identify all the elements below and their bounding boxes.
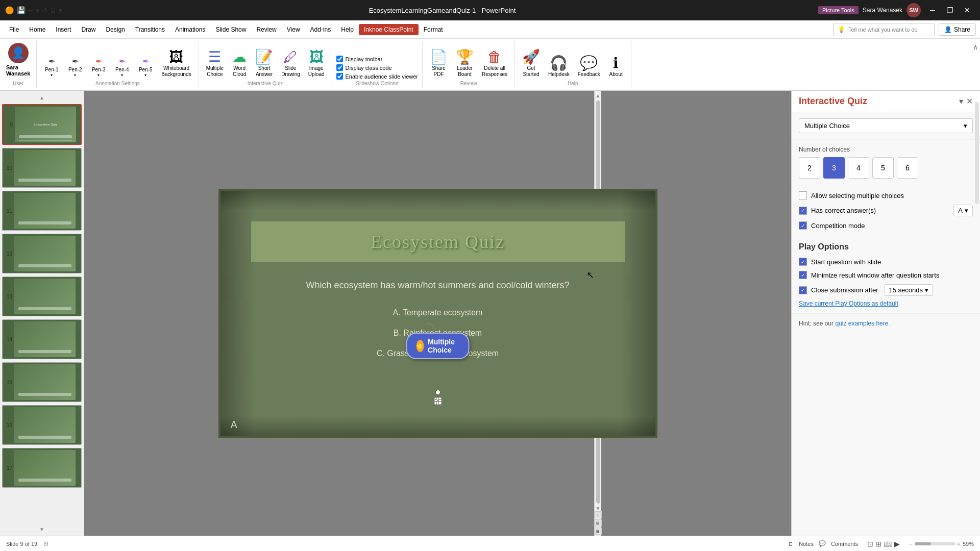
pen2-button[interactable]: ✒ Pen-2 ▾ <box>64 56 86 80</box>
scroll-up[interactable]: ▲ <box>2 94 82 101</box>
whiteboard-button[interactable]: 🖼 WhiteboardBackgrounds <box>158 48 194 80</box>
view-mode-icon[interactable]: ⊡ <box>43 540 48 547</box>
menu-design[interactable]: Design <box>101 24 130 35</box>
menu-home[interactable]: Home <box>24 24 51 35</box>
zoom-slider[interactable] <box>915 542 955 545</box>
menu-file[interactable]: File <box>4 24 24 35</box>
quiz-type-dropdown[interactable]: Multiple Choice ▾ <box>799 118 973 133</box>
pen1-dropdown[interactable]: ▾ <box>51 73 53 78</box>
scroll-down[interactable]: ▼ <box>2 525 82 533</box>
display-class-code-input[interactable] <box>336 64 343 71</box>
slide-17-thumb[interactable]: 17 <box>2 448 82 488</box>
save-default-link[interactable]: Save current Play Options as default <box>799 300 973 307</box>
panel-dropdown-icon[interactable]: ▾ <box>959 96 963 106</box>
save-icon[interactable]: 💾 <box>17 6 26 14</box>
slide-16-thumb[interactable]: 16 <box>2 405 82 445</box>
helpdesk-button[interactable]: 🎧 Helpdesk <box>545 54 573 80</box>
slide-drawing-button[interactable]: 🖊 SlideDrawing <box>278 48 303 80</box>
notes-label[interactable]: Notes <box>799 541 814 547</box>
menu-slideshow[interactable]: Slide Show <box>210 24 251 35</box>
fit-btn[interactable]: + <box>595 511 602 518</box>
choice-6-btn[interactable]: 6 <box>897 157 918 179</box>
word-cloud-button[interactable]: ☁ WordCloud <box>229 48 250 80</box>
display-toolbar-input[interactable] <box>336 56 343 62</box>
display-class-code-checkbox[interactable]: Display class code <box>336 64 418 71</box>
panel-close-icon[interactable]: ✕ <box>966 96 973 106</box>
feedback-button[interactable]: 💬 Feedback <box>575 54 603 80</box>
minimize-button[interactable]: ─ <box>925 3 940 18</box>
close-button[interactable]: ✕ <box>960 3 975 18</box>
scroll-up-btn[interactable]: ▲ <box>596 93 601 98</box>
collapse-ribbon-button[interactable]: ∧ <box>973 43 978 51</box>
short-answer-button[interactable]: 📝 ShortAnswer <box>252 48 276 80</box>
scroll-down-btn[interactable]: ▼ <box>596 506 601 511</box>
collapse-btn[interactable]: ⊟ <box>595 528 602 535</box>
undo-icon[interactable]: ↩ <box>28 6 34 14</box>
share-pdf-button[interactable]: 📄 SharePDF <box>427 48 451 80</box>
undo-dropdown[interactable]: ▾ <box>36 6 39 14</box>
adjust-btn[interactable]: ⊞ <box>595 519 602 527</box>
menu-format[interactable]: Format <box>419 24 448 35</box>
choice-5-btn[interactable]: 5 <box>872 157 894 179</box>
comments-label[interactable]: Comments <box>831 541 858 547</box>
close-submission-checkbox[interactable]: ✓ <box>799 286 807 294</box>
zoom-out-btn[interactable]: − <box>909 541 912 547</box>
close-submission-time-dropdown[interactable]: 15 seconds ▾ <box>885 284 934 296</box>
menu-inknoe[interactable]: Inknoe ClassPoint <box>359 24 419 35</box>
choice-4-btn[interactable]: 4 <box>848 157 869 179</box>
display-toolbar-checkbox[interactable]: Display toolbar <box>336 56 418 62</box>
slide-15-thumb[interactable]: 15 <box>2 362 82 402</box>
has-correct-checkbox[interactable]: ✓ <box>799 207 807 215</box>
rotation-handle[interactable] <box>435 390 440 395</box>
get-started-button[interactable]: 🚀 GetStarted <box>519 48 543 80</box>
share-button[interactable]: 👤 Share <box>939 23 976 36</box>
slide-10-thumb[interactable]: 10 <box>2 148 82 188</box>
minimize-result-checkbox[interactable]: ✓ <box>799 271 807 279</box>
slide-show-icon[interactable]: ▶ <box>894 540 900 548</box>
delete-all-button[interactable]: 🗑 Delete allResponses <box>479 48 510 80</box>
more-icon[interactable]: ▾ <box>59 6 62 14</box>
multiple-choice-button[interactable]: ☰ MultipleChoice <box>203 48 227 80</box>
slide-12-thumb[interactable]: 12 <box>2 234 82 273</box>
pen2-dropdown[interactable]: ▾ <box>74 73 76 78</box>
window-controls[interactable]: ─ ❐ ✕ <box>925 3 975 18</box>
handle-br[interactable] <box>438 401 442 405</box>
slide-sorter-icon[interactable]: ⊞ <box>875 540 881 548</box>
pen4-button[interactable]: ✒ Pen-4 ▾ <box>111 56 133 80</box>
zoom-in-btn[interactable]: + <box>958 541 961 547</box>
presentation-icon[interactable]: 🖥 <box>50 6 57 14</box>
right-panel-scrollbar[interactable] <box>975 102 979 204</box>
allow-multiple-checkbox[interactable] <box>799 191 807 199</box>
pen5-button[interactable]: ✒ Pen-5 ▾ <box>135 56 156 80</box>
image-upload-button[interactable]: 🖼 ImageUpload <box>305 48 328 80</box>
menu-insert[interactable]: Insert <box>51 24 76 35</box>
tell-me-search[interactable]: 💡 <box>833 23 935 36</box>
enable-audience-checkbox[interactable]: Enable audience slide viewer <box>336 73 418 80</box>
pen3-button[interactable]: ✒ Pen-3 ▾ <box>88 56 109 80</box>
enable-audience-input[interactable] <box>336 73 343 80</box>
menu-animations[interactable]: Animations <box>170 24 210 35</box>
has-correct-dropdown[interactable]: A ▾ <box>953 205 973 216</box>
reading-view-icon[interactable]: 📖 <box>884 540 892 548</box>
start-with-slide-checkbox[interactable]: ✓ <box>799 258 807 266</box>
menu-help[interactable]: Help <box>336 24 359 35</box>
choice-2-btn[interactable]: 2 <box>799 157 820 179</box>
slide-14-thumb[interactable]: 14 <box>2 319 82 359</box>
slide-13-thumb[interactable]: 13 <box>2 277 82 316</box>
menu-view[interactable]: View <box>282 24 305 35</box>
about-button[interactable]: ℹ About <box>605 54 627 80</box>
menu-review[interactable]: Review <box>251 24 281 35</box>
leader-board-button[interactable]: 🏆 LeaderBoard <box>453 48 477 80</box>
pen4-dropdown[interactable]: ▾ <box>121 73 123 78</box>
pen5-dropdown[interactable]: ▾ <box>144 73 146 78</box>
competition-mode-checkbox[interactable]: ✓ <box>799 221 807 230</box>
normal-view-icon[interactable]: ⊡ <box>867 540 873 548</box>
restore-button[interactable]: ❐ <box>942 3 958 18</box>
choice-3-btn[interactable]: 3 <box>823 157 845 179</box>
slide-11-thumb[interactable]: 11 <box>2 191 82 231</box>
tell-me-input[interactable] <box>848 27 930 33</box>
menu-addins[interactable]: Add-ins <box>305 24 336 35</box>
slide-9-thumb[interactable]: 9 Ecosystem Quiz <box>2 104 82 145</box>
hint-link[interactable]: quiz examples here <box>835 320 888 327</box>
menu-draw[interactable]: Draw <box>76 24 101 35</box>
